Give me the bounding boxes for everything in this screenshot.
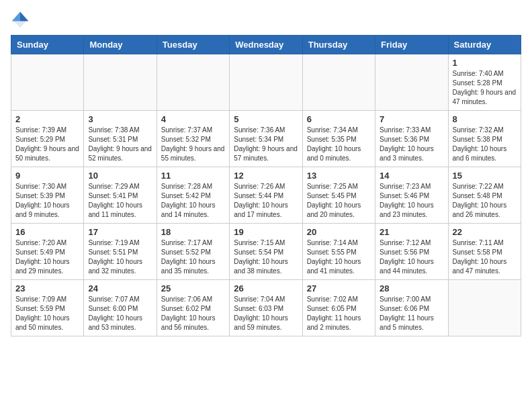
day-number: 24 <box>88 283 152 293</box>
calendar-cell <box>302 54 375 111</box>
calendar-cell: 19Sunrise: 7:15 AM Sunset: 5:54 PM Dayli… <box>230 224 302 280</box>
calendar-cell: 20Sunrise: 7:14 AM Sunset: 5:55 PM Dayli… <box>302 224 375 280</box>
day-detail: Sunrise: 7:09 AM Sunset: 5:59 PM Dayligh… <box>15 295 79 332</box>
calendar-cell: 2Sunrise: 7:39 AM Sunset: 5:29 PM Daylig… <box>11 111 84 167</box>
calendar-cell <box>11 54 84 111</box>
calendar-cell: 25Sunrise: 7:06 AM Sunset: 6:02 PM Dayli… <box>157 280 229 336</box>
day-detail: Sunrise: 7:30 AM Sunset: 5:39 PM Dayligh… <box>15 182 79 220</box>
calendar-cell: 28Sunrise: 7:00 AM Sunset: 6:06 PM Dayli… <box>375 280 448 336</box>
day-number: 10 <box>88 171 152 181</box>
calendar-cell <box>448 280 521 336</box>
calendar-cell: 6Sunrise: 7:34 AM Sunset: 5:35 PM Daylig… <box>302 111 375 167</box>
calendar-cell: 3Sunrise: 7:38 AM Sunset: 5:31 PM Daylig… <box>84 111 157 167</box>
calendar-body: 1Sunrise: 7:40 AM Sunset: 5:28 PM Daylig… <box>11 54 521 336</box>
day-detail: Sunrise: 7:38 AM Sunset: 5:31 PM Dayligh… <box>88 126 152 163</box>
day-detail: Sunrise: 7:32 AM Sunset: 5:38 PM Dayligh… <box>453 126 517 163</box>
calendar-table: SundayMondayTuesdayWednesdayThursdayFrid… <box>11 35 521 336</box>
day-detail: Sunrise: 7:40 AM Sunset: 5:28 PM Dayligh… <box>453 69 517 107</box>
day-detail: Sunrise: 7:00 AM Sunset: 6:06 PM Dayligh… <box>380 295 443 332</box>
calendar-week-2: 9Sunrise: 7:30 AM Sunset: 5:39 PM Daylig… <box>11 167 521 224</box>
calendar-cell <box>230 54 302 111</box>
calendar-cell: 14Sunrise: 7:23 AM Sunset: 5:46 PM Dayli… <box>375 167 448 224</box>
calendar-cell: 16Sunrise: 7:20 AM Sunset: 5:49 PM Dayli… <box>11 224 84 280</box>
day-number: 21 <box>380 227 443 237</box>
day-detail: Sunrise: 7:04 AM Sunset: 6:03 PM Dayligh… <box>234 295 298 332</box>
day-detail: Sunrise: 7:22 AM Sunset: 5:48 PM Dayligh… <box>453 182 517 220</box>
day-detail: Sunrise: 7:07 AM Sunset: 6:00 PM Dayligh… <box>88 295 152 332</box>
day-detail: Sunrise: 7:34 AM Sunset: 5:35 PM Dayligh… <box>307 126 371 163</box>
day-number: 16 <box>15 227 79 237</box>
calendar-week-1: 2Sunrise: 7:39 AM Sunset: 5:29 PM Daylig… <box>11 111 521 167</box>
weekday-header-row: SundayMondayTuesdayWednesdayThursdayFrid… <box>11 36 521 54</box>
svg-marker-1 <box>20 12 28 21</box>
calendar-week-3: 16Sunrise: 7:20 AM Sunset: 5:49 PM Dayli… <box>11 224 521 280</box>
calendar-cell: 17Sunrise: 7:19 AM Sunset: 5:51 PM Dayli… <box>84 224 157 280</box>
calendar-cell: 12Sunrise: 7:26 AM Sunset: 5:44 PM Dayli… <box>230 167 302 224</box>
calendar-cell: 4Sunrise: 7:37 AM Sunset: 5:32 PM Daylig… <box>157 111 229 167</box>
calendar-cell: 15Sunrise: 7:22 AM Sunset: 5:48 PM Dayli… <box>448 167 521 224</box>
day-detail: Sunrise: 7:23 AM Sunset: 5:46 PM Dayligh… <box>380 182 443 220</box>
calendar-cell: 27Sunrise: 7:02 AM Sunset: 6:05 PM Dayli… <box>302 280 375 336</box>
calendar-cell <box>157 54 229 111</box>
logo <box>11 11 32 30</box>
calendar-cell: 22Sunrise: 7:11 AM Sunset: 5:58 PM Dayli… <box>448 224 521 280</box>
day-number: 9 <box>15 171 79 181</box>
day-number: 8 <box>453 114 517 124</box>
day-detail: Sunrise: 7:15 AM Sunset: 5:54 PM Dayligh… <box>234 238 298 276</box>
day-number: 19 <box>234 227 298 237</box>
day-detail: Sunrise: 7:36 AM Sunset: 5:34 PM Dayligh… <box>234 126 298 163</box>
calendar-cell: 1Sunrise: 7:40 AM Sunset: 5:28 PM Daylig… <box>448 54 521 111</box>
calendar-week-4: 23Sunrise: 7:09 AM Sunset: 5:59 PM Dayli… <box>11 280 521 336</box>
day-detail: Sunrise: 7:02 AM Sunset: 6:05 PM Dayligh… <box>307 295 371 332</box>
day-number: 12 <box>234 171 298 181</box>
day-number: 15 <box>453 171 517 181</box>
day-detail: Sunrise: 7:39 AM Sunset: 5:29 PM Dayligh… <box>15 126 79 163</box>
day-number: 17 <box>88 227 152 237</box>
calendar-cell: 10Sunrise: 7:29 AM Sunset: 5:41 PM Dayli… <box>84 167 157 224</box>
weekday-header-saturday: Saturday <box>448 36 521 54</box>
day-number: 6 <box>307 114 371 124</box>
day-number: 20 <box>307 227 371 237</box>
calendar-header: SundayMondayTuesdayWednesdayThursdayFrid… <box>11 36 521 54</box>
day-detail: Sunrise: 7:14 AM Sunset: 5:55 PM Dayligh… <box>307 238 371 276</box>
day-number: 27 <box>307 283 371 293</box>
day-detail: Sunrise: 7:28 AM Sunset: 5:42 PM Dayligh… <box>161 182 225 220</box>
calendar-cell: 11Sunrise: 7:28 AM Sunset: 5:42 PM Dayli… <box>157 167 229 224</box>
weekday-header-thursday: Thursday <box>302 36 375 54</box>
day-number: 13 <box>307 171 371 181</box>
calendar-cell: 18Sunrise: 7:17 AM Sunset: 5:52 PM Dayli… <box>157 224 229 280</box>
calendar-cell <box>375 54 448 111</box>
day-detail: Sunrise: 7:12 AM Sunset: 5:56 PM Dayligh… <box>380 238 443 276</box>
svg-marker-2 <box>12 12 20 21</box>
day-detail: Sunrise: 7:11 AM Sunset: 5:58 PM Dayligh… <box>453 238 517 276</box>
day-detail: Sunrise: 7:26 AM Sunset: 5:44 PM Dayligh… <box>234 182 298 220</box>
day-detail: Sunrise: 7:20 AM Sunset: 5:49 PM Dayligh… <box>15 238 79 276</box>
calendar-cell: 26Sunrise: 7:04 AM Sunset: 6:03 PM Dayli… <box>230 280 302 336</box>
calendar-cell: 8Sunrise: 7:32 AM Sunset: 5:38 PM Daylig… <box>448 111 521 167</box>
day-detail: Sunrise: 7:19 AM Sunset: 5:51 PM Dayligh… <box>88 238 152 276</box>
day-number: 1 <box>453 58 517 68</box>
day-number: 18 <box>161 227 225 237</box>
day-number: 23 <box>15 283 79 293</box>
day-detail: Sunrise: 7:25 AM Sunset: 5:45 PM Dayligh… <box>307 182 371 220</box>
day-number: 3 <box>88 114 152 124</box>
day-number: 26 <box>234 283 298 293</box>
calendar-cell: 24Sunrise: 7:07 AM Sunset: 6:00 PM Dayli… <box>84 280 157 336</box>
day-detail: Sunrise: 7:17 AM Sunset: 5:52 PM Dayligh… <box>161 238 225 276</box>
day-number: 4 <box>161 114 225 124</box>
day-detail: Sunrise: 7:06 AM Sunset: 6:02 PM Dayligh… <box>161 295 225 332</box>
day-number: 2 <box>15 114 79 124</box>
logo-icon <box>11 11 30 30</box>
day-detail: Sunrise: 7:29 AM Sunset: 5:41 PM Dayligh… <box>88 182 152 220</box>
weekday-header-monday: Monday <box>84 36 157 54</box>
day-number: 14 <box>380 171 443 181</box>
calendar-cell: 5Sunrise: 7:36 AM Sunset: 5:34 PM Daylig… <box>230 111 302 167</box>
day-number: 7 <box>380 114 443 124</box>
weekday-header-wednesday: Wednesday <box>230 36 302 54</box>
calendar-cell: 21Sunrise: 7:12 AM Sunset: 5:56 PM Dayli… <box>375 224 448 280</box>
day-number: 28 <box>380 283 443 293</box>
page-header <box>11 11 521 30</box>
weekday-header-sunday: Sunday <box>11 36 84 54</box>
calendar-cell: 9Sunrise: 7:30 AM Sunset: 5:39 PM Daylig… <box>11 167 84 224</box>
calendar-cell: 13Sunrise: 7:25 AM Sunset: 5:45 PM Dayli… <box>302 167 375 224</box>
